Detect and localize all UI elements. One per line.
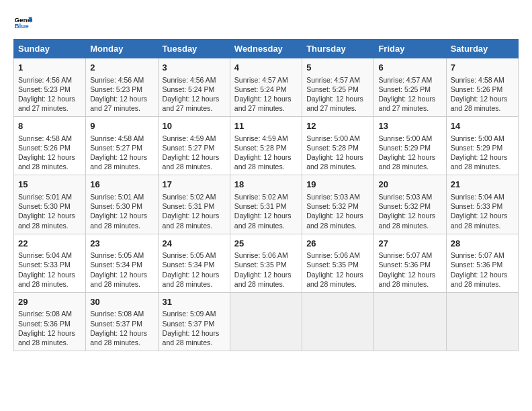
calendar-week-row: 1 Sunrise: 4:56 AM Sunset: 5:23 PM Dayli…	[14, 58, 519, 117]
daylight-label: Daylight: 12 hours and 28 minutes.	[234, 271, 292, 288]
calendar-cell: 28 Sunrise: 5:07 AM Sunset: 5:36 PM Dayl…	[446, 234, 518, 292]
day-number: 2	[90, 62, 153, 74]
sunrise-label: Sunrise: 5:03 AM	[306, 193, 360, 201]
day-number: 18	[234, 179, 298, 191]
sunrise-label: Sunrise: 5:02 AM	[163, 193, 216, 201]
day-number: 7	[451, 62, 514, 74]
daylight-label: Daylight: 12 hours and 28 minutes.	[18, 153, 75, 171]
sunrise-label: Sunrise: 5:03 AM	[378, 193, 432, 201]
sunset-label: Sunset: 5:36 PM	[18, 320, 71, 328]
day-number: 20	[378, 179, 441, 191]
sunset-label: Sunset: 5:27 PM	[163, 144, 215, 152]
sunrise-label: Sunrise: 5:02 AM	[234, 193, 288, 201]
calendar-cell: 1 Sunrise: 4:56 AM Sunset: 5:23 PM Dayli…	[14, 58, 86, 117]
calendar-cell: 24 Sunrise: 5:05 AM Sunset: 5:34 PM Dayl…	[158, 234, 230, 292]
sunrise-label: Sunrise: 4:57 AM	[378, 76, 432, 84]
calendar-cell	[302, 292, 374, 351]
daylight-label: Daylight: 12 hours and 28 minutes.	[451, 95, 508, 112]
day-number: 12	[306, 120, 369, 132]
calendar-cell: 12 Sunrise: 5:00 AM Sunset: 5:28 PM Dayl…	[302, 117, 374, 175]
header-friday: Friday	[374, 40, 446, 58]
daylight-label: Daylight: 12 hours and 27 minutes.	[90, 95, 147, 112]
sunrise-label: Sunrise: 5:00 AM	[378, 134, 432, 142]
sunrise-label: Sunrise: 5:00 AM	[451, 134, 504, 142]
calendar-cell	[374, 292, 446, 351]
calendar-cell	[446, 292, 518, 351]
calendar-cell: 3 Sunrise: 4:56 AM Sunset: 5:24 PM Dayli…	[158, 58, 230, 117]
calendar-cell: 25 Sunrise: 5:06 AM Sunset: 5:35 PM Dayl…	[230, 234, 302, 292]
day-number: 29	[18, 296, 81, 308]
sunset-label: Sunset: 5:33 PM	[18, 261, 71, 269]
day-number: 24	[163, 238, 226, 250]
sunset-label: Sunset: 5:33 PM	[451, 202, 503, 210]
calendar-cell: 27 Sunrise: 5:07 AM Sunset: 5:36 PM Dayl…	[374, 234, 446, 292]
sunset-label: Sunset: 5:37 PM	[90, 320, 142, 328]
sunset-label: Sunset: 5:29 PM	[451, 144, 503, 152]
day-number: 17	[163, 179, 226, 191]
day-number: 3	[163, 62, 226, 74]
header-wednesday: Wednesday	[230, 40, 302, 58]
sunrise-label: Sunrise: 5:01 AM	[90, 193, 144, 201]
sunrise-label: Sunrise: 5:05 AM	[163, 251, 216, 259]
sunset-label: Sunset: 5:29 PM	[378, 144, 431, 152]
sunrise-label: Sunrise: 5:00 AM	[306, 134, 360, 142]
calendar-cell: 5 Sunrise: 4:57 AM Sunset: 5:25 PM Dayli…	[302, 58, 374, 117]
sunset-label: Sunset: 5:25 PM	[306, 85, 359, 93]
sunset-label: Sunset: 5:34 PM	[90, 261, 142, 269]
sunrise-label: Sunrise: 5:04 AM	[451, 193, 504, 201]
daylight-label: Daylight: 12 hours and 28 minutes.	[306, 153, 363, 171]
sunset-label: Sunset: 5:23 PM	[18, 85, 71, 93]
daylight-label: Daylight: 12 hours and 28 minutes.	[378, 212, 435, 229]
header-tuesday: Tuesday	[158, 40, 230, 58]
sunset-label: Sunset: 5:35 PM	[306, 261, 359, 269]
calendar-cell: 11 Sunrise: 4:59 AM Sunset: 5:28 PM Dayl…	[230, 117, 302, 175]
day-number: 6	[378, 62, 441, 74]
sunrise-label: Sunrise: 4:56 AM	[18, 76, 72, 84]
daylight-label: Daylight: 12 hours and 28 minutes.	[378, 153, 435, 171]
sunrise-label: Sunrise: 5:06 AM	[234, 251, 288, 259]
sunset-label: Sunset: 5:35 PM	[234, 261, 287, 269]
daylight-label: Daylight: 12 hours and 27 minutes.	[306, 95, 363, 112]
sunrise-label: Sunrise: 5:08 AM	[18, 310, 72, 318]
day-number: 4	[234, 62, 298, 74]
sunrise-label: Sunrise: 5:08 AM	[90, 310, 144, 318]
calendar-cell: 15 Sunrise: 5:01 AM Sunset: 5:30 PM Dayl…	[14, 175, 86, 234]
day-number: 16	[90, 179, 153, 191]
calendar-cell: 21 Sunrise: 5:04 AM Sunset: 5:33 PM Dayl…	[446, 175, 518, 234]
day-number: 26	[306, 238, 369, 250]
calendar-header-row: SundayMondayTuesdayWednesdayThursdayFrid…	[14, 40, 519, 58]
sunset-label: Sunset: 5:25 PM	[378, 85, 431, 93]
day-number: 31	[163, 296, 226, 308]
day-number: 19	[306, 179, 369, 191]
calendar-cell: 30 Sunrise: 5:08 AM Sunset: 5:37 PM Dayl…	[86, 292, 158, 351]
calendar-cell: 20 Sunrise: 5:03 AM Sunset: 5:32 PM Dayl…	[374, 175, 446, 234]
sunset-label: Sunset: 5:26 PM	[18, 144, 71, 152]
daylight-label: Daylight: 12 hours and 27 minutes.	[18, 95, 75, 112]
sunrise-label: Sunrise: 4:58 AM	[90, 134, 144, 142]
sunrise-label: Sunrise: 4:58 AM	[18, 134, 72, 142]
daylight-label: Daylight: 12 hours and 27 minutes.	[378, 95, 435, 112]
daylight-label: Daylight: 12 hours and 28 minutes.	[234, 153, 292, 171]
calendar-cell: 18 Sunrise: 5:02 AM Sunset: 5:31 PM Dayl…	[230, 175, 302, 234]
sunset-label: Sunset: 5:30 PM	[90, 202, 142, 210]
header-monday: Monday	[86, 40, 158, 58]
sunset-label: Sunset: 5:26 PM	[451, 85, 503, 93]
day-number: 30	[90, 296, 153, 308]
sunset-label: Sunset: 5:32 PM	[378, 202, 431, 210]
logo: General Blue	[13, 13, 35, 32]
day-number: 23	[90, 238, 153, 250]
svg-text:Blue: Blue	[14, 22, 29, 30]
calendar-cell	[230, 292, 302, 351]
day-number: 11	[234, 120, 298, 132]
daylight-label: Daylight: 12 hours and 28 minutes.	[163, 271, 220, 288]
page-header: General Blue	[13, 13, 519, 32]
calendar-cell: 23 Sunrise: 5:05 AM Sunset: 5:34 PM Dayl…	[86, 234, 158, 292]
day-number: 28	[451, 238, 514, 250]
sunset-label: Sunset: 5:34 PM	[163, 261, 215, 269]
sunrise-label: Sunrise: 4:58 AM	[451, 76, 504, 84]
daylight-label: Daylight: 12 hours and 28 minutes.	[451, 212, 508, 229]
header-sunday: Sunday	[14, 40, 86, 58]
sunrise-label: Sunrise: 4:57 AM	[234, 76, 288, 84]
calendar-cell: 31 Sunrise: 5:09 AM Sunset: 5:37 PM Dayl…	[158, 292, 230, 351]
calendar-cell: 26 Sunrise: 5:06 AM Sunset: 5:35 PM Dayl…	[302, 234, 374, 292]
